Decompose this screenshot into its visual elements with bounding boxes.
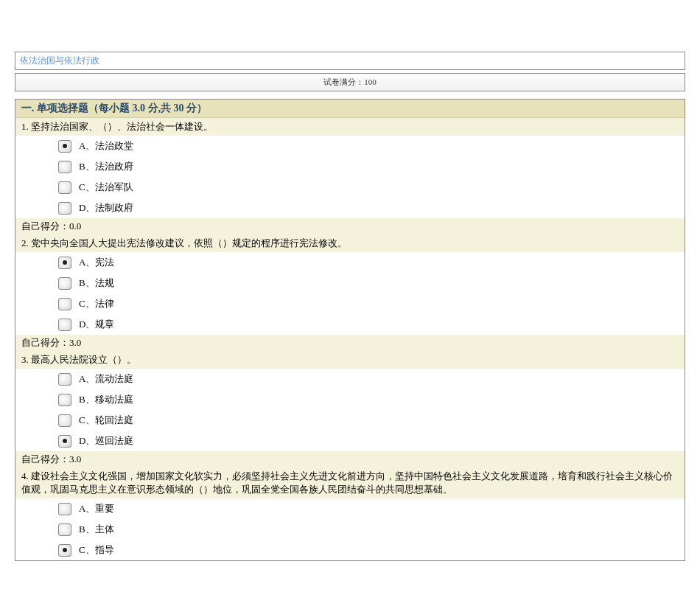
option-label: D、规章 bbox=[79, 318, 114, 331]
option-label: C、指导 bbox=[79, 543, 114, 557]
options-group: A、重要B、主体C、指导 bbox=[15, 498, 685, 560]
radio-button[interactable] bbox=[58, 435, 71, 448]
option-label: A、流动法庭 bbox=[79, 372, 133, 386]
option-label: B、法规 bbox=[79, 276, 114, 290]
option-label: C、轮回法庭 bbox=[79, 414, 133, 427]
options-group: A、流动法庭B、移动法庭C、轮回法庭D、巡回法庭 bbox=[15, 369, 685, 451]
radio-button[interactable] bbox=[58, 319, 71, 331]
radio-button[interactable] bbox=[58, 523, 71, 536]
title-bar: 依法治国与依法行政 bbox=[15, 52, 685, 70]
questions-container: 1. 坚持法治国家、（）、法治社会一体建设。A、法治政堂B、法治政府C、法治军队… bbox=[15, 118, 685, 560]
option-row: C、指导 bbox=[21, 540, 679, 560]
option-row: C、轮回法庭 bbox=[21, 410, 679, 431]
option-label: C、法治军队 bbox=[79, 181, 133, 194]
option-row: B、法规 bbox=[21, 273, 679, 293]
option-row: B、法治政府 bbox=[21, 156, 679, 177]
self-score-line: 自己得分：3.0 bbox=[15, 335, 685, 351]
radio-button[interactable] bbox=[58, 373, 71, 386]
radio-button[interactable] bbox=[58, 140, 71, 153]
option-label: C、法律 bbox=[79, 297, 114, 310]
option-row: A、法治政堂 bbox=[21, 136, 679, 156]
content-box: 一. 单项选择题（每小题 3.0 分,共 30 分） 1. 坚持法治国家、（）、… bbox=[15, 99, 685, 561]
question-text: 2. 党中央向全国人大提出宪法修改建议，依照（）规定的程序进行宪法修改。 bbox=[15, 234, 685, 252]
self-score-line: 自己得分：0.0 bbox=[15, 218, 685, 234]
radio-button[interactable] bbox=[58, 202, 71, 215]
radio-button[interactable] bbox=[58, 298, 71, 310]
options-group: A、宪法B、法规C、法律D、规章 bbox=[15, 252, 685, 335]
option-label: A、法治政堂 bbox=[79, 139, 133, 153]
radio-button[interactable] bbox=[58, 277, 71, 290]
radio-button[interactable] bbox=[58, 181, 71, 194]
option-row: C、法治军队 bbox=[21, 177, 679, 198]
option-label: A、宪法 bbox=[79, 256, 114, 269]
option-row: D、巡回法庭 bbox=[21, 431, 679, 451]
option-row: A、宪法 bbox=[21, 252, 679, 273]
radio-button[interactable] bbox=[58, 394, 71, 406]
radio-button[interactable] bbox=[58, 503, 71, 515]
option-label: B、法治政府 bbox=[79, 160, 133, 173]
question-text: 3. 最高人民法院设立（）。 bbox=[15, 351, 685, 369]
option-label: D、巡回法庭 bbox=[79, 434, 133, 448]
option-row: A、重要 bbox=[21, 498, 679, 519]
page-container: 依法治国与依法行政 试卷满分：100 一. 单项选择题（每小题 3.0 分,共 … bbox=[0, 0, 700, 561]
exam-title-link[interactable]: 依法治国与依法行政 bbox=[20, 55, 99, 66]
option-row: B、主体 bbox=[21, 519, 679, 540]
radio-button[interactable] bbox=[58, 161, 71, 173]
radio-button[interactable] bbox=[58, 257, 71, 269]
self-score-line: 自己得分：3.0 bbox=[15, 451, 685, 467]
option-label: D、法制政府 bbox=[79, 201, 133, 215]
radio-button[interactable] bbox=[58, 414, 71, 427]
question-text: 4. 建设社会主义文化强国，增加国家文化软实力，必须坚持社会主义先进文化前进方向… bbox=[15, 467, 685, 498]
total-score-label: 试卷满分：100 bbox=[323, 77, 377, 86]
option-row: C、法律 bbox=[21, 293, 679, 314]
question-text: 1. 坚持法治国家、（）、法治社会一体建设。 bbox=[15, 118, 685, 136]
radio-button[interactable] bbox=[58, 544, 71, 557]
option-label: A、重要 bbox=[79, 502, 114, 515]
option-row: A、流动法庭 bbox=[21, 369, 679, 389]
option-row: D、法制政府 bbox=[21, 198, 679, 218]
section-header: 一. 单项选择题（每小题 3.0 分,共 30 分） bbox=[15, 100, 685, 118]
option-label: B、移动法庭 bbox=[79, 393, 133, 406]
option-label: B、主体 bbox=[79, 523, 114, 536]
option-row: D、规章 bbox=[21, 314, 679, 335]
options-group: A、法治政堂B、法治政府C、法治军队D、法制政府 bbox=[15, 136, 685, 218]
total-score-bar: 试卷满分：100 bbox=[15, 73, 685, 91]
option-row: B、移动法庭 bbox=[21, 389, 679, 410]
